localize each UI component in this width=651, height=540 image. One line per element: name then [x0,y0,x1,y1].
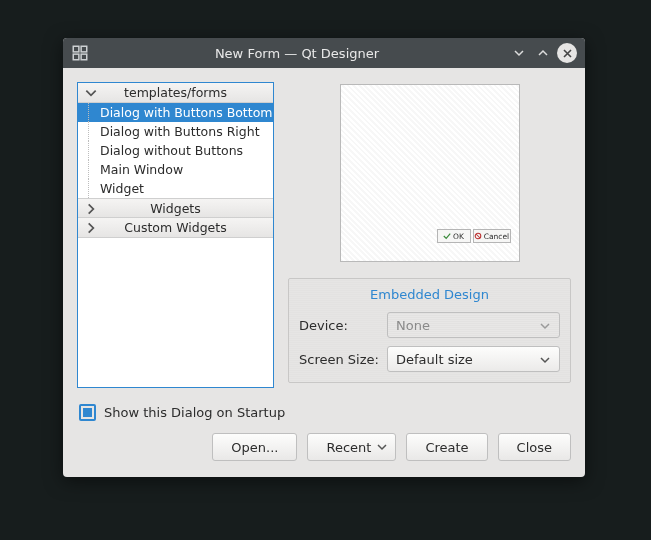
recent-label: Recent [326,440,371,455]
preview-cancel-button: Cancel [473,229,511,243]
screen-size-select[interactable]: Default size [387,346,560,372]
preview-ok-label: OK [453,232,464,241]
tree-item-dialog-without-buttons[interactable]: Dialog without Buttons [78,141,273,160]
close-label: Close [517,440,552,455]
tree-group-widgets[interactable]: Widgets [78,198,273,218]
recent-button[interactable]: Recent [307,433,396,461]
chevron-right-icon [84,202,98,216]
chevron-down-icon [377,442,387,452]
svg-rect-2 [73,54,79,60]
device-select[interactable]: None [387,312,560,338]
app-icon [71,44,89,62]
tree-item-dialog-buttons-right[interactable]: Dialog with Buttons Right [78,122,273,141]
tree-group-custom-widgets[interactable]: Custom Widgets [78,218,273,238]
tree-group-label: Widgets [78,201,273,216]
template-tree[interactable]: templates/forms Dialog with Buttons Bott… [77,82,274,388]
tree-group-label: templates/forms [78,85,273,100]
screen-size-label: Screen Size: [299,352,379,367]
tree-items: Dialog with Buttons Bottom Dialog with B… [78,103,273,198]
show-on-startup-label: Show this Dialog on Startup [104,405,285,420]
chevron-down-icon [84,86,98,100]
preview-ok-button: OK [437,229,471,243]
tree-group-label: Custom Widgets [78,220,273,235]
svg-rect-0 [73,46,79,52]
chevron-down-icon [539,320,551,332]
maximize-button[interactable] [533,43,553,63]
svg-rect-3 [81,54,87,60]
close-button[interactable]: Close [498,433,571,461]
window-title: New Form — Qt Designer [89,46,505,61]
cancel-icon [474,232,482,240]
close-window-button[interactable] [557,43,577,63]
create-label: Create [425,440,468,455]
group-title: Embedded Design [299,287,560,302]
show-on-startup-checkbox[interactable] [79,404,96,421]
startup-checkbox-row: Show this Dialog on Startup [79,404,571,421]
open-label: Open... [231,440,278,455]
device-value: None [396,318,430,333]
chevron-right-icon [84,221,98,235]
open-button[interactable]: Open... [212,433,297,461]
new-form-dialog: New Form — Qt Designer templates/forms D [63,38,585,477]
button-bar: Open... Recent Create Close [77,433,571,461]
dialog-body: templates/forms Dialog with Buttons Bott… [63,68,585,477]
check-icon [443,232,451,240]
create-button[interactable]: Create [406,433,487,461]
form-preview: OK Cancel [340,84,520,262]
titlebar: New Form — Qt Designer [63,38,585,68]
checked-icon [83,408,92,417]
preview-cancel-label: Cancel [484,232,509,241]
chevron-down-icon [539,354,551,366]
tree-item-widget[interactable]: Widget [78,179,273,198]
tree-group-templates[interactable]: templates/forms [78,83,273,103]
minimize-button[interactable] [509,43,529,63]
screen-size-value: Default size [396,352,473,367]
device-label: Device: [299,318,379,333]
tree-item-dialog-buttons-bottom[interactable]: Dialog with Buttons Bottom [78,103,273,122]
embedded-design-group: Embedded Design Device: None Screen Size… [288,278,571,383]
svg-rect-1 [81,46,87,52]
tree-item-main-window[interactable]: Main Window [78,160,273,179]
